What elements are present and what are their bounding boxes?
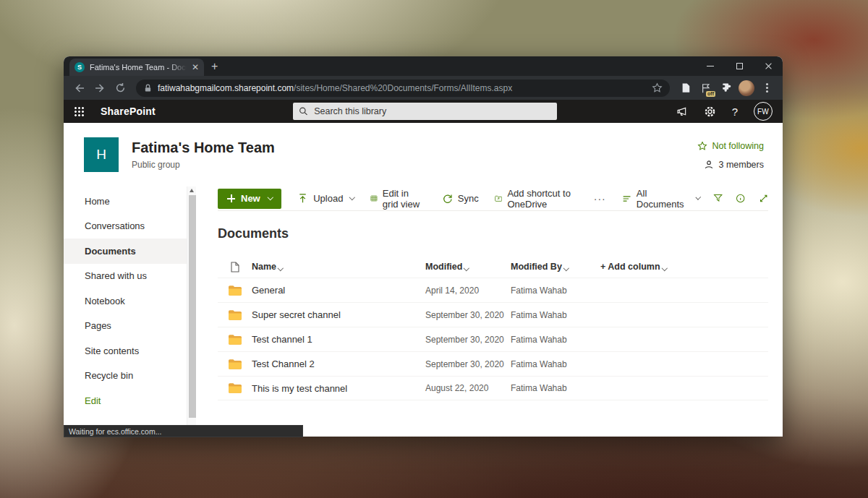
site-logo[interactable]: H xyxy=(84,137,119,172)
sidebar-item-home[interactable]: Home xyxy=(64,189,187,214)
view-selector-button[interactable]: All Documents xyxy=(622,188,700,210)
library-search-box[interactable] xyxy=(293,103,557,120)
add-shortcut-onedrive-button[interactable]: Add shortcut to OneDrive xyxy=(495,188,578,210)
library-main: New Upload Edit in grid view Sync xyxy=(196,186,783,437)
back-button[interactable] xyxy=(71,80,88,97)
info-icon[interactable] xyxy=(736,193,745,204)
extension-page-icon[interactable] xyxy=(677,79,694,98)
row-name[interactable]: Test Channel 2 xyxy=(252,359,425,369)
sharepoint-wordmark[interactable]: SharePoint xyxy=(101,106,156,117)
table-row[interactable]: Super secret channel September 30, 2020 … xyxy=(218,302,768,327)
folder-icon xyxy=(218,359,252,369)
chevron-down-icon xyxy=(464,265,469,270)
command-bar: New Upload Edit in grid view Sync xyxy=(218,186,768,211)
row-modified: September 30, 2020 xyxy=(425,310,511,320)
close-tab-icon[interactable]: ✕ xyxy=(192,63,199,72)
column-name[interactable]: Name xyxy=(252,262,425,272)
browser-profile-avatar[interactable] xyxy=(738,79,755,98)
gear-icon[interactable] xyxy=(704,106,716,118)
table-row[interactable]: Test channel 1 September 30, 2020 Fatima… xyxy=(218,327,768,351)
browser-window: S Fatima's Home Team - Documen ✕ + xyxy=(64,56,783,437)
row-modified: August 22, 2020 xyxy=(425,383,511,393)
sidebar-item-shared-with-us[interactable]: Shared with us xyxy=(64,264,187,289)
row-modified-by[interactable]: Fatima Wahab xyxy=(511,335,600,345)
table-row[interactable]: Test Channel 2 September 30, 2020 Fatima… xyxy=(218,351,768,376)
sidebar-scrollbar[interactable] xyxy=(187,186,196,437)
add-column-button[interactable]: + Add column xyxy=(600,262,768,272)
sharepoint-favicon-icon: S xyxy=(75,62,85,72)
view-list-icon xyxy=(622,194,631,204)
row-name[interactable]: This is my test channel xyxy=(252,383,425,394)
site-title[interactable]: Fatima's Home Team xyxy=(132,139,275,156)
row-modified-by[interactable]: Fatima Wahab xyxy=(511,310,600,320)
column-modified-by[interactable]: Modified By xyxy=(511,262,600,272)
site-subtitle: Public group xyxy=(132,160,275,170)
sidebar-item-documents[interactable]: Documents xyxy=(64,239,187,264)
minimize-button[interactable] xyxy=(696,56,725,76)
browser-menu-icon[interactable] xyxy=(758,79,775,98)
suite-bar-actions: ? FW xyxy=(676,102,773,121)
sidebar-item-conversations[interactable]: Conversations xyxy=(64,214,187,239)
sidebar-item-site-contents[interactable]: Site contents xyxy=(64,338,187,364)
command-bar-right: All Documents xyxy=(622,188,768,210)
scroll-up-icon[interactable] xyxy=(190,189,194,192)
filter-icon[interactable] xyxy=(713,193,723,204)
table-header: Name Modified Modified By + Add column xyxy=(218,256,768,278)
row-modified-by[interactable]: Fatima Wahab xyxy=(511,383,600,393)
new-button[interactable]: New xyxy=(218,189,281,209)
scrollbar-thumb[interactable] xyxy=(189,195,196,418)
sidebar-item-edit[interactable]: Edit xyxy=(64,388,187,413)
chevron-down-icon xyxy=(696,194,701,199)
extension-off-badge: off xyxy=(706,91,715,97)
members-button[interactable]: 3 members xyxy=(704,160,764,170)
star-icon xyxy=(697,141,707,151)
megaphone-icon[interactable] xyxy=(676,106,688,117)
chevron-down-icon xyxy=(349,194,355,200)
table-row[interactable]: This is my test channel August 22, 2020 … xyxy=(218,376,768,400)
site-header-actions: Not following 3 members xyxy=(697,139,764,170)
row-modified-by[interactable]: Fatima Wahab xyxy=(511,359,600,369)
chevron-down-icon xyxy=(278,265,284,270)
maximize-button[interactable] xyxy=(725,56,754,76)
edit-grid-view-button[interactable]: Edit in grid view xyxy=(370,188,426,210)
app-launcher-waffle-icon[interactable] xyxy=(74,106,85,117)
row-name[interactable]: General xyxy=(252,285,425,296)
extensions-puzzle-icon[interactable] xyxy=(718,79,735,98)
new-tab-button[interactable]: + xyxy=(211,61,218,72)
browser-tab[interactable]: S Fatima's Home Team - Documen ✕ xyxy=(69,59,204,76)
site-navigation: Home Conversations Documents Shared with… xyxy=(64,186,187,437)
expand-icon[interactable] xyxy=(759,193,768,204)
follow-button[interactable]: Not following xyxy=(697,141,764,151)
row-modified-by[interactable]: Fatima Wahab xyxy=(511,286,600,296)
extension-flag-icon[interactable]: off xyxy=(697,79,715,98)
new-button-label: New xyxy=(241,193,260,204)
row-name[interactable]: Test channel 1 xyxy=(252,334,425,345)
upload-label: Upload xyxy=(313,193,343,204)
forward-button[interactable] xyxy=(91,80,109,97)
browser-toolbar: fatiwahabgmailcom.sharepoint.com/sites/H… xyxy=(64,76,783,100)
close-icon xyxy=(765,62,773,70)
search-input[interactable] xyxy=(314,106,551,116)
sidebar-item-notebook[interactable]: Notebook xyxy=(64,288,187,314)
column-modified[interactable]: Modified xyxy=(425,262,511,272)
more-commands-button[interactable]: ··· xyxy=(594,193,606,205)
close-window-button[interactable] xyxy=(754,56,783,76)
upload-button[interactable]: Upload xyxy=(297,193,354,204)
bookmark-star-icon[interactable] xyxy=(652,82,663,93)
reload-button[interactable] xyxy=(111,80,129,97)
folder-icon xyxy=(218,383,252,393)
sync-label: Sync xyxy=(458,193,479,204)
account-avatar[interactable]: FW xyxy=(754,102,773,121)
desktop-background: S Fatima's Home Team - Documen ✕ + xyxy=(0,0,868,498)
sidebar-item-pages[interactable]: Pages xyxy=(64,314,187,339)
address-bar[interactable]: fatiwahabgmailcom.sharepoint.com/sites/H… xyxy=(136,80,670,97)
sync-button[interactable]: Sync xyxy=(442,193,479,204)
add-shortcut-onedrive-label: Add shortcut to OneDrive xyxy=(507,188,577,210)
help-icon[interactable]: ? xyxy=(732,106,738,118)
file-type-column-icon[interactable] xyxy=(218,262,252,272)
table-row[interactable]: General April 14, 2020 Fatima Wahab xyxy=(218,278,768,302)
sidebar-item-recycle-bin[interactable]: Recycle bin xyxy=(64,364,187,389)
search-icon xyxy=(299,106,308,116)
follow-label: Not following xyxy=(712,141,764,151)
row-name[interactable]: Super secret channel xyxy=(252,309,425,320)
